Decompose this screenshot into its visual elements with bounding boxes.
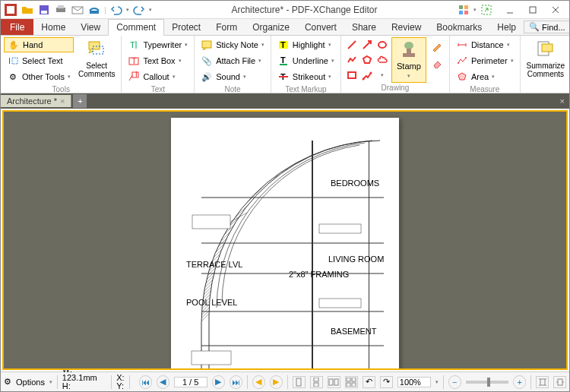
callout-icon: T — [128, 71, 140, 83]
fit-page-button[interactable] — [536, 376, 549, 388]
first-page-button[interactable]: ⏮ — [139, 375, 152, 389]
document-tab[interactable]: Architecture *× — [1, 95, 71, 107]
callout-button[interactable]: TCallout▾ — [125, 69, 191, 84]
svg-rect-25 — [202, 41, 211, 48]
svg-rect-77 — [347, 378, 350, 381]
tab-help[interactable]: Help — [489, 19, 524, 35]
select-comments-button[interactable]: Select Comments — [75, 37, 118, 84]
tab-home[interactable]: Home — [33, 19, 73, 35]
tab-form[interactable]: Form — [208, 19, 245, 35]
new-tab-button[interactable]: + — [73, 94, 87, 108]
layout-continuous-button[interactable] — [310, 376, 323, 388]
arrow-tool[interactable] — [361, 39, 373, 51]
polygon-tool[interactable] — [361, 54, 373, 66]
rotate-cw-button[interactable]: ↷ — [380, 376, 393, 388]
tab-protect[interactable]: Protect — [164, 19, 208, 35]
sticky-note-label: Sticky Note — [216, 40, 258, 49]
tab-comment[interactable]: Comment — [108, 19, 164, 36]
next-page-button[interactable]: ▶ — [212, 375, 225, 389]
group-note: Sticky Note▾ 📎Attach File▾ 🔊Sound▾ Note — [195, 36, 271, 93]
layout-facing-cont-button[interactable] — [345, 376, 358, 388]
app-icon[interactable] — [4, 3, 17, 17]
underline-button[interactable]: TUnderline▾ — [274, 53, 337, 68]
highlight-button[interactable]: THighlight▾ — [274, 37, 337, 52]
area-button[interactable]: Area▾ — [453, 69, 517, 84]
zoom-input[interactable] — [397, 377, 431, 387]
tab-convert[interactable]: Convert — [297, 19, 344, 35]
stamp-button[interactable]: Stamp▾ — [391, 37, 426, 83]
typewriter-button[interactable]: TTypewriter▾ — [125, 37, 191, 52]
ui-options-icon[interactable] — [457, 3, 470, 17]
options-gear-icon[interactable]: ⚙ — [4, 377, 11, 387]
title-bar: | ▾ ▾ Architecture* - PDF-XChange Editor… — [1, 1, 569, 19]
print-icon[interactable] — [54, 3, 68, 17]
connected-line-tool[interactable] — [361, 69, 373, 81]
rotate-ccw-button[interactable]: ↶ — [363, 376, 375, 388]
file-tab[interactable]: File — [1, 19, 33, 35]
svg-rect-76 — [334, 379, 338, 385]
text-box-label: Text Box — [143, 56, 175, 65]
find-button[interactable]: 🔍Find... — [524, 21, 570, 33]
pencil-tool[interactable] — [431, 40, 443, 52]
launch-icon[interactable] — [480, 3, 493, 17]
scan-icon[interactable] — [87, 3, 101, 17]
minimize-button[interactable] — [499, 3, 521, 17]
group-tools: ✋Hand ISelect Text ⚙Other Tools▾ Select … — [1, 36, 122, 93]
tab-view[interactable]: View — [73, 19, 108, 35]
polyline-tool[interactable] — [346, 54, 358, 66]
zoom-slider[interactable] — [466, 381, 508, 384]
document-viewport[interactable]: BEDROOMS LIVING ROOM BASEMENT TERRACE LV… — [2, 110, 568, 370]
eraser-tool[interactable] — [431, 57, 443, 69]
hand-tool-button[interactable]: ✋Hand — [4, 37, 74, 52]
distance-button[interactable]: Distance▾ — [453, 37, 517, 52]
sound-button[interactable]: 🔊Sound▾ — [198, 69, 268, 84]
select-text-button[interactable]: ISelect Text — [4, 53, 74, 68]
strikeout-button[interactable]: TStrikeout▾ — [274, 69, 337, 84]
options-button[interactable]: Options — [16, 378, 45, 387]
summarize-comments-button[interactable]: Summarize Comments — [524, 37, 568, 84]
prev-view-button[interactable]: ◀ — [252, 375, 265, 389]
window-title: Architecture* - PDF-XChange Editor — [155, 5, 454, 15]
other-tools-button[interactable]: ⚙Other Tools▾ — [4, 69, 74, 84]
redo-icon[interactable] — [132, 3, 146, 17]
strikeout-label: Strikeout — [293, 72, 325, 81]
x-label: X: — [116, 374, 124, 382]
svg-rect-45 — [542, 44, 553, 52]
layout-facing-button[interactable] — [328, 376, 340, 388]
save-icon[interactable] — [37, 3, 51, 17]
line-tool[interactable] — [346, 39, 358, 51]
svg-text:2"x8" FRAMING: 2"x8" FRAMING — [289, 270, 349, 279]
rectangle-tool[interactable] — [346, 69, 358, 81]
dropdown-tool[interactable]: ▾ — [376, 69, 388, 81]
typewriter-icon: T — [128, 39, 140, 51]
zoom-in-button[interactable]: + — [513, 375, 526, 389]
attach-file-button[interactable]: 📎Attach File▾ — [198, 53, 268, 68]
page-input[interactable] — [174, 377, 207, 387]
email-icon[interactable] — [71, 3, 84, 17]
last-page-button[interactable]: ⏭ — [230, 375, 242, 389]
tab-close-icon[interactable]: × — [60, 96, 65, 106]
maximize-button[interactable] — [522, 3, 543, 17]
prev-page-button[interactable]: ◀ — [157, 375, 169, 389]
tabs-close-all[interactable]: × — [556, 96, 569, 106]
layout-single-button[interactable] — [293, 376, 306, 388]
tab-review[interactable]: Review — [384, 19, 429, 35]
zoom-out-button[interactable]: − — [448, 375, 461, 389]
next-view-button[interactable]: ▶ — [270, 375, 283, 389]
tab-organize[interactable]: Organize — [245, 19, 297, 35]
text-box-button[interactable]: TText Box▾ — [125, 53, 191, 68]
group-text-markup: THighlight▾ TUnderline▾ TStrikeout▾ Text… — [271, 36, 341, 93]
hand-icon: ✋ — [8, 39, 20, 51]
open-icon[interactable] — [21, 3, 34, 17]
fit-width-button[interactable] — [553, 376, 566, 388]
perimeter-button[interactable]: Perimeter▾ — [453, 53, 517, 68]
sticky-note-button[interactable]: Sticky Note▾ — [198, 37, 268, 52]
undo-icon[interactable] — [109, 3, 123, 17]
tab-bookmarks[interactable]: Bookmarks — [429, 19, 489, 35]
svg-point-42 — [458, 62, 459, 64]
close-button[interactable] — [545, 3, 566, 17]
cloud-tool[interactable] — [376, 54, 388, 66]
tab-share[interactable]: Share — [344, 19, 384, 35]
svg-text:POOL LEVEL: POOL LEVEL — [186, 298, 237, 307]
ellipse-tool[interactable] — [376, 39, 388, 51]
